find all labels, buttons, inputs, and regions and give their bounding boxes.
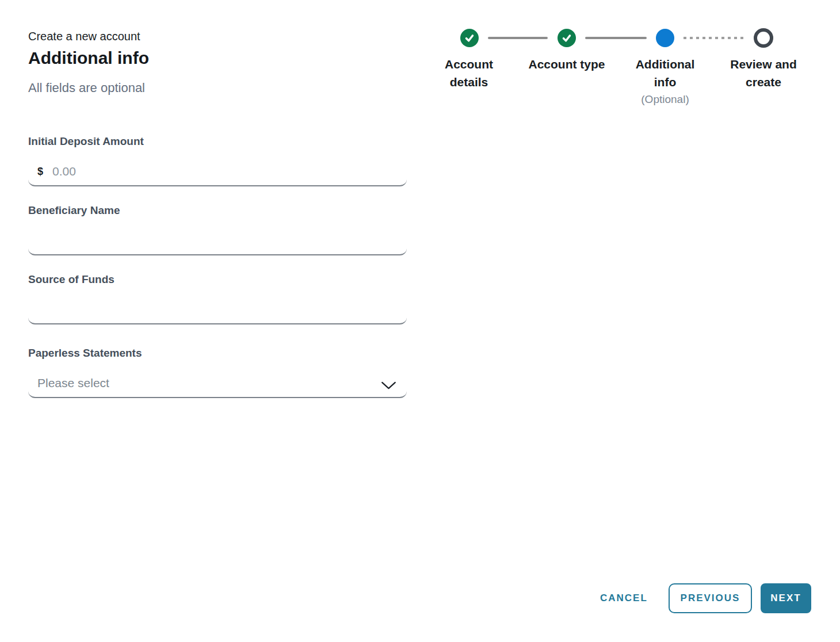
page-title: Additional info	[28, 47, 149, 69]
beneficiary-name-label: Beneficiary Name	[28, 203, 407, 218]
source-of-funds-input[interactable]	[37, 301, 398, 318]
step-label-review-and-create: Review and create	[723, 55, 804, 91]
check-icon	[463, 32, 476, 44]
initial-deposit-label: Initial Deposit Amount	[28, 134, 407, 149]
previous-button[interactable]: PREVIOUS	[669, 583, 752, 613]
step-label-account-details: Account details	[434, 55, 503, 91]
step-label-additional-info: Additional info (Optional)	[628, 55, 702, 108]
initial-deposit-input[interactable]	[52, 163, 398, 179]
paperless-statements-field-group: Paperless Statements Please select	[28, 346, 407, 398]
create-account-wizard-page: Create a new account Additional info All…	[0, 0, 840, 642]
next-button[interactable]: NEXT	[761, 583, 811, 613]
cancel-button[interactable]: CANCEL	[600, 591, 648, 605]
dollar-prefix: $	[37, 163, 43, 179]
paperless-statements-select[interactable]: Please select	[28, 361, 407, 398]
step-review-upcoming-icon	[754, 28, 773, 48]
page-subtitle: All fields are optional	[28, 79, 145, 97]
beneficiary-name-field-group: Beneficiary Name	[28, 203, 407, 255]
source-of-funds-field-group: Source of Funds	[28, 272, 407, 324]
source-of-funds-input-wrap	[28, 287, 407, 324]
wizard-title: Create a new account	[28, 29, 140, 44]
paperless-statements-label: Paperless Statements	[28, 346, 407, 361]
step-connector-dotted	[684, 37, 743, 39]
step-account-details-complete-icon	[460, 29, 479, 47]
initial-deposit-field-group: Initial Deposit Amount $	[28, 134, 407, 186]
step-optional-note: (Optional)	[628, 91, 702, 108]
check-icon	[560, 32, 573, 44]
source-of-funds-label: Source of Funds	[28, 272, 407, 287]
step-connector-solid	[585, 37, 647, 39]
initial-deposit-input-wrap: $	[28, 149, 407, 186]
beneficiary-name-input-wrap	[28, 218, 407, 255]
select-placeholder-text: Please select	[37, 375, 109, 391]
chevron-down-icon	[381, 381, 396, 390]
step-label-account-type: Account type	[515, 55, 618, 73]
step-additional-info-current-icon	[656, 29, 674, 47]
step-connector-solid	[488, 37, 548, 39]
step-account-type-complete-icon	[558, 29, 576, 47]
beneficiary-name-input[interactable]	[37, 232, 398, 249]
